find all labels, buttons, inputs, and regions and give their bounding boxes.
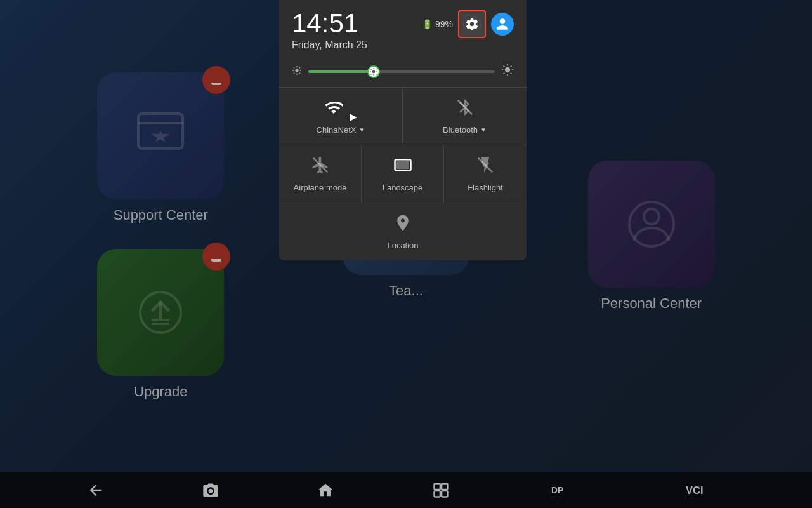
airplane-mode-label: Airplane mode xyxy=(294,183,347,192)
bluetooth-toggle[interactable]: Bluetooth ▼ xyxy=(403,88,527,145)
location-row: Location xyxy=(279,203,527,260)
landscape-toggle[interactable]: Landscape xyxy=(362,145,444,203)
brightness-slider[interactable] xyxy=(308,70,495,73)
svg-point-10 xyxy=(372,70,376,73)
user-avatar[interactable] xyxy=(491,13,514,36)
wifi-bluetooth-row: ChinaNetX ▼ Bluetooth ▼ xyxy=(279,87,527,145)
brightness-low-icon xyxy=(292,65,302,78)
wifi-icon xyxy=(324,98,357,121)
brightness-high-icon xyxy=(501,64,514,79)
bluetooth-label: Bluetooth ▼ xyxy=(443,125,487,135)
airplane-mode-icon xyxy=(311,156,330,179)
date-display: Friday, March 25 xyxy=(292,39,367,51)
brightness-row xyxy=(279,58,527,87)
brightness-thumb[interactable] xyxy=(367,65,380,78)
wifi-label: ChinaNetX ▼ xyxy=(317,125,365,135)
flashlight-label: Flashlight xyxy=(468,183,503,192)
svg-point-11 xyxy=(505,67,510,72)
flashlight-icon xyxy=(476,156,495,179)
location-toggle[interactable]: Location xyxy=(279,203,527,260)
svg-marker-12 xyxy=(350,114,357,121)
flashlight-toggle[interactable]: Flashlight xyxy=(444,145,527,203)
panel-top-right: 🔋 99% xyxy=(422,10,514,38)
landscape-label: Landscape xyxy=(383,183,423,192)
svg-rect-16 xyxy=(396,161,409,170)
battery-info: 🔋 99% xyxy=(422,19,453,29)
landscape-icon xyxy=(393,156,412,179)
bluetooth-icon xyxy=(455,98,475,121)
location-label: Location xyxy=(387,241,418,250)
battery-percent: 99% xyxy=(435,19,453,29)
location-icon xyxy=(393,213,412,237)
battery-icon: 🔋 xyxy=(422,19,433,29)
panel-time: 14:51 Friday, March 25 xyxy=(292,10,367,51)
airplane-mode-toggle[interactable]: Airplane mode xyxy=(279,145,362,203)
svg-point-9 xyxy=(295,69,298,72)
quick-settings-panel: 14:51 Friday, March 25 🔋 99% xyxy=(279,0,527,260)
panel-header: 14:51 Friday, March 25 🔋 99% xyxy=(279,0,527,58)
settings-button[interactable] xyxy=(458,10,486,38)
clock-display: 14:51 xyxy=(292,10,367,37)
brightness-fill xyxy=(308,70,374,73)
wifi-toggle[interactable]: ChinaNetX ▼ xyxy=(279,88,403,145)
secondary-toggles-row: Airplane mode Landscape Flas xyxy=(279,145,527,203)
